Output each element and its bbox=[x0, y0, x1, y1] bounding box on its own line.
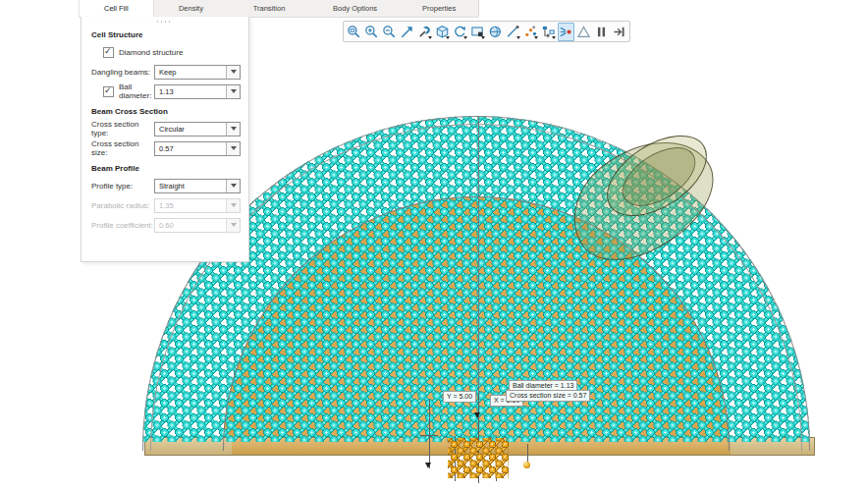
adjust-tool-icon[interactable] bbox=[416, 23, 433, 41]
chevron-down-icon[interactable] bbox=[226, 85, 240, 98]
dropdown-value: 1.13 bbox=[155, 87, 226, 96]
dropdown-cross-section-size-[interactable]: 0.57 bbox=[154, 141, 241, 156]
field-label: Diamond structure bbox=[119, 48, 183, 57]
field-label: Cross section size: bbox=[91, 139, 154, 157]
chevron-down-icon bbox=[226, 219, 240, 232]
field-row: Diamond structure bbox=[81, 42, 248, 62]
unit-cell-preview bbox=[448, 438, 509, 478]
tab-transition[interactable]: Transition bbox=[228, 0, 310, 17]
checkbox-ball-diameter-[interactable] bbox=[103, 86, 114, 97]
dropdown-value: 0.60 bbox=[155, 221, 226, 230]
view-toolbar bbox=[343, 21, 630, 42]
dropdown-value: 1.35 bbox=[155, 201, 226, 210]
field-label: Profile type: bbox=[91, 182, 133, 191]
dropdown-profile-type-[interactable]: Straight bbox=[154, 179, 241, 193]
chevron-down-icon[interactable] bbox=[226, 142, 240, 155]
measure-icon[interactable] bbox=[505, 23, 521, 41]
wireframe-icon[interactable] bbox=[575, 23, 592, 41]
section-title-beam-cross-section: Beam Cross Section bbox=[81, 101, 248, 119]
lattice-ball bbox=[523, 462, 530, 468]
chevron-down-icon[interactable] bbox=[226, 123, 240, 136]
dropdown-parabolic-radius-: 1.35 bbox=[154, 198, 241, 213]
field-row: Cross section type:Circular bbox=[81, 119, 248, 138]
zoom-out-icon[interactable] bbox=[381, 23, 398, 41]
panel-drag-handle[interactable] bbox=[157, 21, 173, 23]
snapshot-icon[interactable] bbox=[469, 23, 486, 41]
tabstrip-divider bbox=[478, 0, 479, 17]
dropdown-cross-section-type-[interactable]: Circular bbox=[154, 122, 241, 136]
shaded-view-icon[interactable] bbox=[487, 23, 504, 41]
dropdown-value: 0.57 bbox=[155, 144, 226, 153]
chevron-down-icon bbox=[226, 199, 240, 212]
field-row: Profile coefficient:0.60 bbox=[81, 215, 248, 235]
dimension-line bbox=[429, 400, 430, 468]
dimension-tick bbox=[420, 435, 438, 436]
chevron-down-icon[interactable] bbox=[226, 180, 240, 192]
dependencies-icon[interactable] bbox=[540, 23, 557, 41]
field-label: Dangling beams: bbox=[91, 68, 150, 77]
node-preview-icon[interactable] bbox=[558, 23, 574, 41]
rotate-view-icon[interactable] bbox=[452, 23, 468, 41]
field-label: Cross section type: bbox=[91, 120, 154, 137]
section-title-cell-structure: Cell Structure bbox=[81, 25, 248, 42]
field-row: Cross section size:0.57 bbox=[81, 138, 248, 158]
field-label: Ball diameter: bbox=[119, 82, 154, 100]
pause-icon[interactable] bbox=[593, 23, 610, 41]
field-row: Ball diameter:1.13 bbox=[81, 82, 248, 101]
dropdown-value: Circular bbox=[155, 125, 226, 134]
checkbox-diamond-structure[interactable] bbox=[103, 47, 114, 58]
cube-view-icon[interactable] bbox=[434, 23, 451, 41]
point-set-icon[interactable] bbox=[522, 23, 539, 41]
field-label: Profile coefficient: bbox=[91, 221, 153, 230]
cell-fill-options-panel: Cell StructureDiamond structureDangling … bbox=[81, 17, 249, 262]
dropdown-dangling-beams-[interactable]: Keep bbox=[154, 65, 241, 80]
field-label: Parabolic radius: bbox=[91, 201, 150, 210]
field-row: Dangling beams:Keep bbox=[81, 62, 248, 82]
tab-density[interactable]: Density bbox=[154, 0, 229, 17]
dropdown-value: Keep bbox=[155, 68, 226, 77]
dimension-line bbox=[527, 444, 528, 464]
dropdown-value: Straight bbox=[155, 182, 226, 191]
field-row: Parabolic radius:1.35 bbox=[81, 195, 248, 215]
dropdown-profile-coefficient-: 0.60 bbox=[154, 218, 241, 233]
zoom-window-icon[interactable] bbox=[345, 23, 361, 41]
tab-properties[interactable]: Properties bbox=[400, 0, 478, 17]
dropdown-ball-diameter-[interactable]: 1.13 bbox=[154, 84, 241, 99]
zoom-fit-icon[interactable] bbox=[399, 23, 415, 41]
step-end-icon[interactable] bbox=[611, 23, 627, 41]
dimension-arrow bbox=[474, 412, 480, 418]
section-title-beam-profile: Beam Profile bbox=[81, 158, 248, 176]
chevron-down-icon[interactable] bbox=[226, 66, 240, 79]
dimension-arrow bbox=[425, 463, 431, 468]
cross-section-size-label: Cross section size = 0.57 bbox=[506, 390, 590, 402]
zoom-in-icon[interactable] bbox=[362, 23, 379, 41]
feature-tab-strip: Cell FillDensityTransitionBody OptionsPr… bbox=[79, 0, 478, 18]
field-row: Profile type:Straight bbox=[81, 176, 248, 195]
tab-body-options[interactable]: Body Options bbox=[310, 0, 401, 17]
y-value-label: Y = 5.00 bbox=[443, 391, 476, 403]
tab-cell-fill[interactable]: Cell Fill bbox=[79, 0, 154, 17]
